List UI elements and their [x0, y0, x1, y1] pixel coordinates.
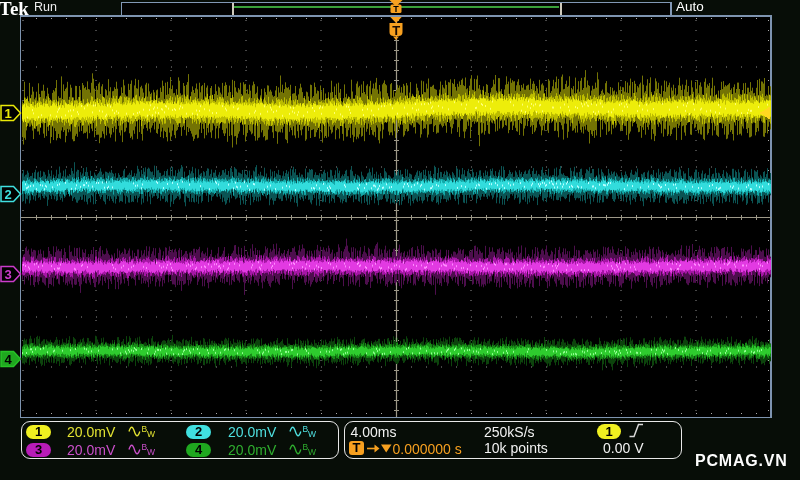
svg-text:1: 1 — [4, 106, 11, 121]
svg-text:3: 3 — [4, 267, 11, 282]
svg-text:T: T — [393, 4, 399, 14]
svg-text:4: 4 — [4, 352, 12, 367]
svg-text:T: T — [392, 23, 400, 38]
svg-text:2: 2 — [4, 187, 11, 202]
